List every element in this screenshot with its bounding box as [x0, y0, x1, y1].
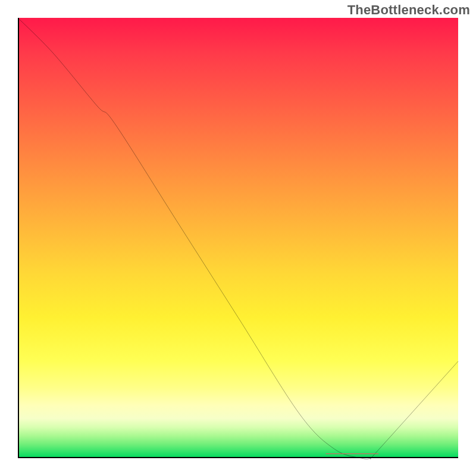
attribution-text: TheBottleneck.com [347, 2, 470, 18]
chart-marker [18, 18, 458, 458]
